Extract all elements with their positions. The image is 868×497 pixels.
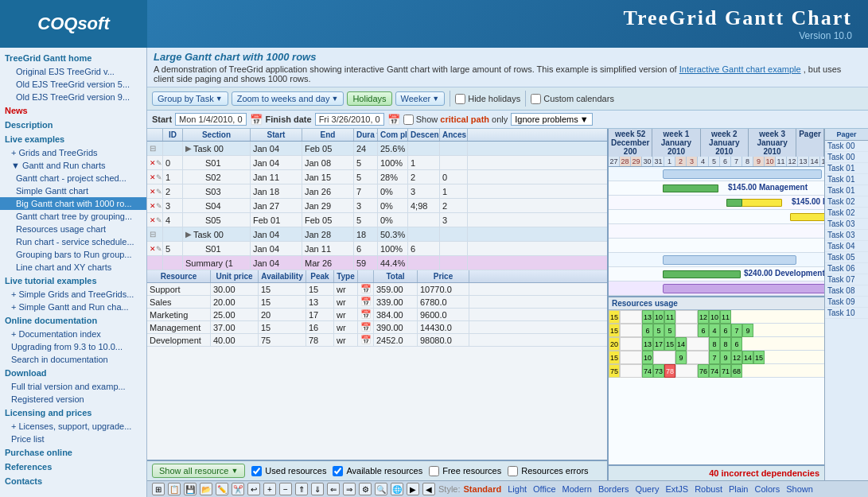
- row-icons[interactable]: ✕✎: [147, 170, 163, 184]
- pager-row[interactable]: Task 03: [825, 230, 868, 241]
- zoom-button[interactable]: Zoom to weeks and day ▼: [232, 91, 344, 106]
- pager-row[interactable]: Task 07: [825, 274, 868, 285]
- table-row[interactable]: ✕✎ 0 S01 Jan 04 Jan 08 5 100% 1: [147, 156, 607, 170]
- status-icon-18[interactable]: ◀: [422, 483, 435, 495]
- status-icon-16[interactable]: 🌐: [391, 483, 403, 495]
- status-icon-11[interactable]: ⇓: [311, 483, 324, 495]
- row-icons[interactable]: ✕✎: [147, 184, 163, 198]
- sidebar-purchase[interactable]: Purchase online: [0, 445, 146, 460]
- status-icon-10[interactable]: ⇑: [295, 483, 308, 495]
- used-resources-checkbox[interactable]: [251, 466, 262, 476]
- res-icon[interactable]: 📅: [358, 309, 374, 320]
- custom-calendars-checkbox-label[interactable]: Custom calendars: [531, 94, 614, 104]
- style-shown[interactable]: Shown: [786, 484, 813, 494]
- pager-row[interactable]: Task 02: [825, 208, 868, 219]
- sidebar-registered[interactable]: Registered version: [0, 393, 146, 406]
- sidebar-price-list[interactable]: Price list: [0, 433, 146, 445]
- style-colors[interactable]: Colors: [754, 484, 780, 494]
- status-icon-4[interactable]: 📂: [200, 483, 212, 495]
- finish-date-field[interactable]: Fri 3/26/2010, 0: [315, 113, 384, 126]
- status-icon-6[interactable]: ✂️: [232, 483, 244, 495]
- sidebar-contacts[interactable]: Contacts: [0, 474, 146, 488]
- row-icons[interactable]: ✕✎: [147, 156, 163, 169]
- table-row[interactable]: Summary (1 Jan 04 Mar 26 59 44.4%: [147, 256, 607, 270]
- weeker-button[interactable]: Weeker ▼: [395, 91, 446, 106]
- sidebar-references[interactable]: References: [0, 460, 146, 474]
- row-expand-icon[interactable]: ⊟: [147, 142, 163, 155]
- style-query[interactable]: Query: [635, 484, 659, 494]
- available-resources-checkbox-label[interactable]: Available resources: [333, 466, 422, 476]
- pager-row[interactable]: Task 01: [825, 163, 868, 174]
- pager-row[interactable]: Task 01: [825, 174, 868, 185]
- status-icon-3[interactable]: 💾: [184, 483, 197, 495]
- start-calendar-icon[interactable]: 📅: [250, 114, 263, 126]
- free-resources-checkbox-label[interactable]: Free resources: [429, 466, 501, 476]
- resource-row[interactable]: Marketing 25.00 20 17 wr 📅 384.00 9600.0: [147, 309, 607, 321]
- res-icon[interactable]: 📅: [358, 296, 374, 308]
- status-icon-14[interactable]: ⚙: [359, 483, 372, 495]
- custom-calendars-checkbox[interactable]: [531, 94, 541, 104]
- finish-calendar-icon[interactable]: 📅: [387, 114, 400, 126]
- pager-row[interactable]: Task 09: [825, 297, 868, 308]
- sidebar-simple-grids[interactable]: + Simple Grids and TreeGrids...: [0, 288, 146, 301]
- ignore-problems-dropdown[interactable]: Ignore problems ▼: [511, 113, 592, 126]
- sidebar-old-ejs-9[interactable]: Old EJS TreeGrid version 9...: [0, 91, 146, 103]
- style-extjs[interactable]: ExtJS: [665, 484, 688, 494]
- resource-row[interactable]: Sales 20.00 15 13 wr 📅 339.00 6780.0: [147, 296, 607, 309]
- sidebar-run-chart[interactable]: Run chart - service schedule...: [0, 235, 146, 248]
- show-critical-checkbox[interactable]: [403, 115, 414, 125]
- table-row[interactable]: ✕✎ 5 S01 Jan 04 Jan 11 6 100% 6: [147, 242, 607, 256]
- sidebar-big-gantt[interactable]: Big Gantt chart with 1000 ro...: [0, 197, 146, 210]
- resource-row[interactable]: Management 37.00 15 16 wr 📅 390.00 14430…: [147, 321, 607, 334]
- sidebar-grids-treeGrids[interactable]: + Grids and TreeGrids: [0, 146, 146, 159]
- sidebar-description[interactable]: Description: [0, 118, 146, 132]
- row-icons[interactable]: ✕✎: [147, 213, 163, 227]
- resource-row[interactable]: Development 40.00 75 78 wr 📅 2452.0 9808…: [147, 334, 607, 347]
- pager-row[interactable]: Task 04: [825, 241, 868, 252]
- table-row[interactable]: ✕✎ 2 S03 Jan 18 Jan 26 7 0% 3 1: [147, 184, 607, 199]
- desc-link[interactable]: Interactive Gantt chart example: [679, 64, 801, 74]
- sidebar-gantt-tree[interactable]: Gantt chart tree by grouping...: [0, 210, 146, 223]
- sidebar-simple-gantt2[interactable]: + Simple Gantt and Run cha...: [0, 301, 146, 313]
- style-borders[interactable]: Borders: [598, 484, 629, 494]
- sidebar-old-ejs-5[interactable]: Old EJS TreeGrid version 5...: [0, 78, 146, 91]
- pager-row[interactable]: Task 03: [825, 219, 868, 230]
- start-date-field[interactable]: Mon 1/4/2010, 0: [175, 113, 247, 126]
- row-icons[interactable]: ✕✎: [147, 242, 163, 255]
- table-row[interactable]: ✕✎ 3 S04 Jan 27 Jan 29 3 0% 4;98 2: [147, 199, 607, 213]
- pager-row[interactable]: Task 02: [825, 196, 868, 208]
- resources-errors-checkbox[interactable]: [508, 466, 518, 476]
- show-critical-label[interactable]: Show critical path only: [403, 115, 508, 125]
- status-icon-8[interactable]: +: [263, 483, 276, 495]
- status-icon-13[interactable]: ⇒: [343, 483, 356, 495]
- sidebar-treegrid-home[interactable]: TreeGrid Gantt home: [0, 51, 146, 65]
- table-row[interactable]: ⊟ ▶Task 00 Jan 04 Feb 05 24 25.6%: [147, 142, 607, 156]
- status-icon-17[interactable]: ▶: [407, 483, 419, 495]
- pager-row[interactable]: Task 01: [825, 185, 868, 196]
- status-icon-5[interactable]: ✏️: [216, 483, 228, 495]
- sidebar-licensing[interactable]: Licensing and prices: [0, 406, 146, 420]
- sidebar-original-ejs[interactable]: Original EJS TreeGrid v...: [0, 65, 146, 78]
- hide-holidays-checkbox-label[interactable]: Hide holidays: [455, 94, 520, 104]
- free-resources-checkbox[interactable]: [429, 466, 439, 476]
- row-icons[interactable]: ✕✎: [147, 199, 163, 212]
- status-icon-15[interactable]: 🔍: [375, 483, 387, 495]
- pager-row[interactable]: Task 00: [825, 141, 868, 152]
- resource-row[interactable]: Support 30.00 15 15 wr 📅 359.00 10770.0: [147, 283, 607, 296]
- pager-row[interactable]: Task 00: [825, 152, 868, 163]
- table-row[interactable]: ✕✎ 4 S05 Feb 01 Feb 05 5 0% 3: [147, 213, 607, 227]
- sidebar-doc-index[interactable]: + Documentation index: [0, 328, 146, 340]
- status-icon-1[interactable]: ⊞: [152, 483, 165, 495]
- table-row[interactable]: ✕✎ 1 S02 Jan 11 Jan 15 5 28% 2 0: [147, 170, 607, 184]
- pager-row[interactable]: Task 05: [825, 252, 868, 263]
- res-icon[interactable]: 📅: [358, 334, 374, 346]
- sidebar-download[interactable]: Download: [0, 366, 146, 380]
- style-office[interactable]: Office: [533, 484, 556, 494]
- style-plain[interactable]: Plain: [729, 484, 748, 494]
- res-icon[interactable]: 📅: [358, 321, 374, 333]
- status-icon-2[interactable]: 📋: [168, 483, 181, 495]
- holidays-button[interactable]: Holidays: [347, 91, 391, 106]
- style-robust[interactable]: Robust: [695, 484, 722, 494]
- style-modern[interactable]: Modern: [562, 484, 592, 494]
- hide-holidays-checkbox[interactable]: [455, 94, 465, 104]
